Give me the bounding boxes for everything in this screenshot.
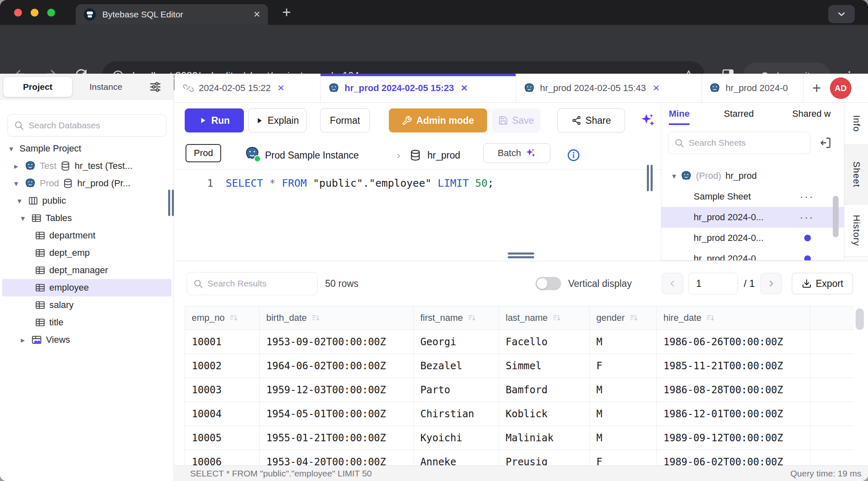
sheet-search[interactable] — [668, 132, 810, 154]
connection-info-icon[interactable] — [567, 148, 581, 162]
browser-tab[interactable]: Bytebase SQL Editor ✕ — [76, 4, 268, 25]
results-search[interactable] — [187, 272, 318, 295]
batch-button[interactable]: Batch — [483, 143, 550, 163]
sheet-menu-icon[interactable]: ··· — [800, 190, 814, 203]
close-window-button[interactable] — [14, 9, 22, 17]
cell-gender-row2[interactable]: F — [590, 354, 657, 378]
tab-project[interactable]: Project — [3, 77, 72, 97]
cell-emp_no-row4[interactable]: 10004 — [185, 402, 260, 426]
sheets-tab-starred[interactable]: Starred — [724, 108, 754, 119]
column-header-first_name[interactable]: first_name — [414, 306, 499, 330]
results-panel-resize-handle[interactable] — [508, 253, 534, 258]
close-tab-icon[interactable]: ✕ — [277, 83, 285, 93]
results-search-input[interactable] — [207, 279, 311, 289]
cell-first_name-row4[interactable]: Chirstian — [414, 402, 499, 426]
minimize-window-button[interactable] — [31, 9, 39, 17]
close-tab-icon[interactable]: ✕ — [653, 83, 660, 93]
cell-gender-row1[interactable]: M — [590, 330, 657, 354]
sheets-tab-shared[interactable]: Shared w — [792, 108, 831, 119]
cell-first_name-row2[interactable]: Bezalel — [414, 354, 499, 378]
tree-item-public[interactable]: ▾public — [0, 192, 174, 209]
avatar[interactable]: AD — [830, 77, 851, 99]
sql-editor[interactable]: 1 SELECT * FROM "public"."employee" LIMI… — [174, 170, 661, 261]
tree-item-hr-test[interactable]: ▸Testhr_test (Test... — [0, 157, 174, 175]
page-number-input[interactable] — [688, 273, 738, 294]
side-tab-history[interactable]: History — [844, 204, 868, 257]
tree-item-dept-emp[interactable]: dept_emp — [0, 244, 174, 262]
sheet-list-scrollbar[interactable] — [833, 196, 839, 237]
run-button[interactable]: Run — [185, 108, 244, 132]
side-tab-info[interactable]: Info — [844, 103, 868, 145]
instance-name[interactable]: Prod Sample Instance — [265, 141, 359, 170]
cell-birth_date-row1[interactable]: 1953-09-02T00:00:00Z — [260, 330, 414, 354]
cell-birth_date-row3[interactable]: 1959-12-03T00:00:00Z — [260, 378, 414, 402]
cell-first_name-row5[interactable]: Kyoichi — [414, 426, 499, 450]
sheet-item-clipped-top[interactable]: hr_prod 2024-0...··· — [661, 161, 844, 166]
column-header-birth_date[interactable]: birth_date — [260, 306, 414, 330]
sheet-menu-icon[interactable]: ··· — [800, 211, 814, 224]
tab-search-button[interactable] — [828, 5, 855, 23]
cell-birth_date-row5[interactable]: 1955-01-21T00:00:00Z — [260, 426, 414, 450]
column-header-hire_date[interactable]: hire_date — [657, 306, 810, 330]
save-button[interactable]: Save — [492, 108, 540, 132]
explain-button[interactable]: Explain — [248, 108, 306, 132]
tree-item-salary[interactable]: salary — [0, 296, 174, 314]
cell-hire_date-row1[interactable]: 1986-06-26T00:00:00Z — [657, 330, 810, 354]
admin-mode-button[interactable]: Admin mode — [389, 108, 487, 132]
next-page-button[interactable] — [760, 273, 782, 294]
cell-last_name-row5[interactable]: Maliniak — [499, 426, 590, 450]
cell-hire_date-row6[interactable]: 1989-06-02T00:00:00Z — [657, 450, 810, 466]
database-name[interactable]: hr_prod — [427, 141, 460, 170]
new-sheet-tab-button[interactable]: + — [808, 79, 826, 98]
database-search[interactable] — [7, 114, 166, 137]
cell-emp_no-row6[interactable]: 10006 — [185, 450, 260, 466]
tree-item-tables[interactable]: ▾Tables — [0, 209, 174, 227]
cell-hire_date-row5[interactable]: 1989-09-12T00:00:00Z — [657, 426, 810, 450]
sheet-item-sheet-selected[interactable]: hr_prod 2024-0...··· — [661, 207, 844, 228]
cell-birth_date-row2[interactable]: 1964-06-02T00:00:00Z — [260, 354, 414, 378]
vertical-display-toggle[interactable] — [535, 277, 561, 290]
cell-gender-row6[interactable]: F — [590, 450, 657, 466]
collapse-panel-icon[interactable] — [820, 137, 832, 149]
cell-birth_date-row4[interactable]: 1954-05-01T00:00:00Z — [260, 402, 414, 426]
cell-gender-row3[interactable]: M — [590, 378, 657, 402]
ai-sparkles-icon[interactable] — [640, 113, 656, 128]
cell-gender-row4[interactable]: M — [590, 402, 657, 426]
cell-last_name-row2[interactable]: Simmel — [499, 354, 590, 378]
cell-last_name-row4[interactable]: Koblick — [499, 402, 590, 426]
filter-sliders-icon[interactable] — [149, 81, 162, 93]
cell-emp_no-row5[interactable]: 10005 — [185, 426, 260, 450]
cell-last_name-row6[interactable]: Preusig — [499, 450, 590, 466]
sheet-menu-icon[interactable]: ··· — [800, 161, 814, 162]
cell-last_name-row3[interactable]: Bamford — [499, 378, 590, 402]
sheet-item-sample-sheet[interactable]: Sample Sheet··· — [661, 186, 844, 207]
column-header-gender[interactable]: gender — [590, 306, 657, 330]
cell-hire_date-row3[interactable]: 1986-08-28T00:00:00Z — [657, 378, 810, 402]
cell-birth_date-row6[interactable]: 1953-04-20T00:00:00Z — [260, 450, 414, 466]
cell-gender-row5[interactable]: M — [590, 426, 657, 450]
editor-panel-resize-handle[interactable] — [647, 165, 655, 191]
column-header-last_name[interactable]: last_name — [499, 306, 590, 330]
cell-first_name-row3[interactable]: Parto — [414, 378, 499, 402]
new-tab-button[interactable]: + — [277, 2, 297, 22]
tree-item-employee[interactable]: employee — [2, 279, 171, 296]
editor-tab-3[interactable]: hr_prod 2024-02-05 15:43✕ — [516, 74, 702, 103]
cell-first_name-row1[interactable]: Georgi — [414, 330, 499, 354]
column-header-emp_no[interactable]: emp_no — [185, 306, 260, 330]
tree-item-department[interactable]: department — [0, 227, 174, 244]
cell-emp_no-row3[interactable]: 10003 — [185, 378, 260, 402]
cell-emp_no-row1[interactable]: 10001 — [185, 330, 260, 354]
prev-page-button[interactable] — [662, 273, 683, 294]
share-button[interactable]: Share — [557, 108, 625, 132]
side-tab-sheet[interactable]: Sheet — [844, 145, 868, 204]
tree-item-views[interactable]: ▸Views — [0, 331, 174, 349]
sheet-item-group[interactable]: ▾(Prod)hr_prod — [661, 166, 844, 186]
tab-instance[interactable]: Instance — [83, 77, 129, 97]
table-scrollbar[interactable] — [856, 308, 864, 330]
cell-first_name-row6[interactable]: Anneke — [414, 450, 499, 466]
sheets-tab-mine[interactable]: Mine — [669, 108, 690, 119]
sheet-search-input[interactable] — [689, 138, 804, 148]
cell-hire_date-row4[interactable]: 1986-12-01T00:00:00Z — [657, 402, 810, 426]
tree-item-sample-project[interactable]: ▾Sample Project — [0, 140, 174, 157]
tree-item-hr-prod[interactable]: ▾Prodhr_prod (Pr... — [0, 175, 174, 192]
